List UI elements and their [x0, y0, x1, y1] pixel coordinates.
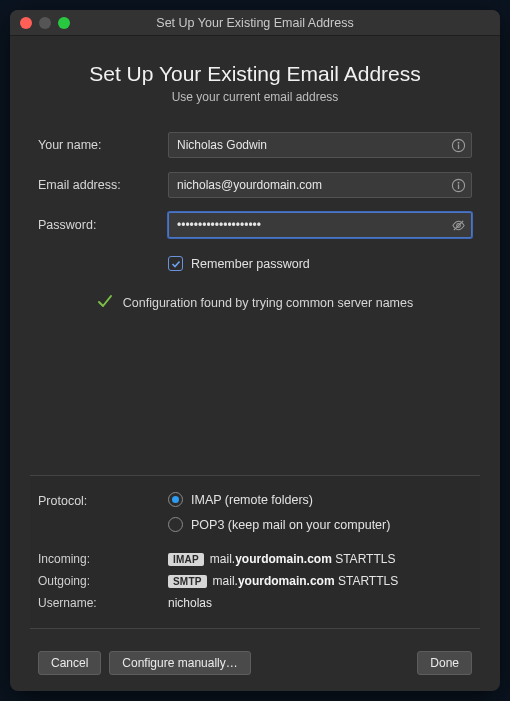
outgoing-value: SMTP mail.yourdomain.com STARTTLS — [168, 574, 398, 588]
imap-badge: IMAP — [168, 553, 204, 566]
titlebar: Set Up Your Existing Email Address — [10, 10, 500, 36]
info-icon[interactable] — [450, 137, 466, 153]
remember-checkbox[interactable] — [168, 256, 183, 271]
eye-off-icon[interactable] — [450, 217, 466, 233]
radio-imap[interactable] — [168, 492, 183, 507]
radio-pop3-label: POP3 (keep mail on your computer) — [191, 518, 390, 532]
radio-imap-label: IMAP (remote folders) — [191, 493, 313, 507]
configure-manually-button[interactable]: Configure manually… — [109, 651, 250, 675]
button-row: Cancel Configure manually… Done — [38, 651, 472, 675]
email-input[interactable] — [168, 172, 472, 198]
dialog-window: Set Up Your Existing Email Address Set U… — [10, 10, 500, 691]
remember-row: Remember password — [168, 256, 472, 271]
status-row: Configuration found by trying common ser… — [38, 293, 472, 312]
password-input[interactable] — [168, 212, 472, 238]
titlebar-title: Set Up Your Existing Email Address — [10, 16, 500, 30]
smtp-badge: SMTP — [168, 575, 207, 588]
cancel-button[interactable]: Cancel — [38, 651, 101, 675]
password-label: Password: — [38, 218, 168, 232]
page-title: Set Up Your Existing Email Address — [38, 62, 472, 86]
zoom-icon[interactable] — [58, 17, 70, 29]
name-label: Your name: — [38, 138, 168, 152]
outgoing-label: Outgoing: — [38, 574, 168, 588]
protocol-label: Protocol: — [38, 492, 168, 532]
minimize-icon — [39, 17, 51, 29]
remember-label: Remember password — [191, 257, 310, 271]
server-section: Protocol: IMAP (remote folders) POP3 (ke… — [30, 475, 480, 629]
info-icon[interactable] — [450, 177, 466, 193]
username-label: Username: — [38, 596, 168, 610]
check-icon — [97, 293, 113, 312]
account-form: Your name: Email address: — [38, 132, 472, 271]
svg-rect-2 — [457, 144, 458, 149]
window-controls — [10, 17, 70, 29]
svg-rect-5 — [457, 184, 458, 189]
dialog-content: Set Up Your Existing Email Address Use y… — [10, 36, 500, 691]
done-button[interactable]: Done — [417, 651, 472, 675]
email-label: Email address: — [38, 178, 168, 192]
page-subtitle: Use your current email address — [38, 90, 472, 104]
svg-point-1 — [457, 141, 459, 143]
incoming-label: Incoming: — [38, 552, 168, 566]
status-text: Configuration found by trying common ser… — [123, 296, 413, 310]
name-input[interactable] — [168, 132, 472, 158]
svg-point-4 — [457, 181, 459, 183]
close-icon[interactable] — [20, 17, 32, 29]
incoming-value: IMAP mail.yourdomain.com STARTTLS — [168, 552, 395, 566]
radio-pop3[interactable] — [168, 517, 183, 532]
username-value: nicholas — [168, 596, 212, 610]
